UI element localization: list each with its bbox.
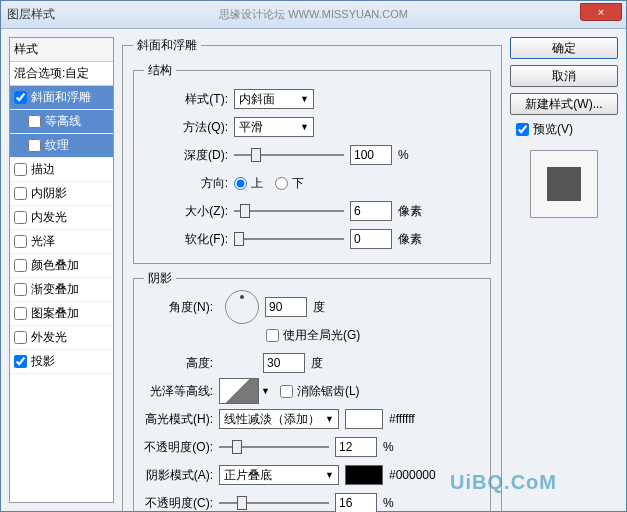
close-button[interactable]: × [580,3,622,21]
method-label: 方法(Q): [144,119,234,136]
sidebar-item-5[interactable]: 内发光 [10,206,113,230]
sidebar-item-label: 内发光 [31,209,67,226]
sidebar-item-7[interactable]: 颜色叠加 [10,254,113,278]
altitude-unit: 度 [311,355,323,372]
depth-unit: % [398,148,409,162]
highlight-mode-select[interactable]: 线性减淡（添加）▼ [219,409,339,429]
shadow-mode-label: 阴影模式(A): [144,467,219,484]
angle-input[interactable]: 90 [265,297,307,317]
highlight-mode-label: 高光模式(H): [144,411,219,428]
sidebar-item-label: 投影 [31,353,55,370]
preview-box [530,150,598,218]
bevel-group: 斜面和浮雕 结构 样式(T): 内斜面▼ 方法(Q): 平滑▼ 深度(D): 1… [122,37,502,512]
sidebar-item-3[interactable]: 描边 [10,158,113,182]
shadow-hex: #000000 [389,468,436,482]
sidebar-item-checkbox[interactable] [28,115,41,128]
direction-up-radio[interactable]: 上 [234,175,263,192]
sidebar-item-label: 图案叠加 [31,305,79,322]
shadow-color-swatch[interactable] [345,465,383,485]
highlight-hex: #ffffff [389,412,415,426]
shadow-opacity-input[interactable]: 16 [335,493,377,512]
sidebar-item-checkbox[interactable] [14,211,27,224]
sidebar-item-label: 内阴影 [31,185,67,202]
chevron-down-icon: ▼ [300,122,309,132]
shadow-opacity-unit: % [383,496,394,510]
sidebar-header: 样式 [10,38,113,62]
sidebar-item-10[interactable]: 外发光 [10,326,113,350]
style-label: 样式(T): [144,91,234,108]
highlight-color-swatch[interactable] [345,409,383,429]
sidebar-item-11[interactable]: 投影 [10,350,113,374]
sidebar-item-checkbox[interactable] [14,235,27,248]
soften-unit: 像素 [398,231,422,248]
sidebar-item-checkbox[interactable] [14,259,27,272]
chevron-down-icon[interactable]: ▼ [261,386,270,396]
shadow-opacity-slider[interactable] [219,494,329,512]
depth-slider[interactable] [234,146,344,164]
chevron-down-icon: ▼ [300,94,309,104]
altitude-label: 高度: [144,355,219,372]
ok-button[interactable]: 确定 [510,37,618,59]
shadow-mode-select[interactable]: 正片叠底▼ [219,465,339,485]
gloss-contour-picker[interactable] [219,378,259,404]
sidebar-item-4[interactable]: 内阴影 [10,182,113,206]
method-select[interactable]: 平滑▼ [234,117,314,137]
size-label: 大小(Z): [144,203,234,220]
sidebar-item-label: 描边 [31,161,55,178]
chevron-down-icon: ▼ [325,470,334,480]
sidebar-item-checkbox[interactable] [14,187,27,200]
soften-input[interactable]: 0 [350,229,392,249]
bevel-legend: 斜面和浮雕 [133,37,201,54]
shading-legend: 阴影 [144,270,176,287]
altitude-input[interactable]: 30 [263,353,305,373]
titlebar: 图层样式 思缘设计论坛 WWW.MISSYUAN.COM × [1,1,626,29]
gloss-contour-label: 光泽等高线: [144,383,219,400]
direction-down-radio[interactable]: 下 [275,175,304,192]
highlight-opacity-slider[interactable] [219,438,329,456]
sidebar-item-checkbox[interactable] [14,283,27,296]
sidebar-item-checkbox[interactable] [14,91,27,104]
sidebar-item-1[interactable]: 等高线 [10,110,113,134]
sidebar-item-checkbox[interactable] [14,355,27,368]
cancel-button[interactable]: 取消 [510,65,618,87]
window-title: 图层样式 [7,6,55,23]
angle-dial[interactable] [225,290,259,324]
angle-label: 角度(N): [144,299,219,316]
style-select[interactable]: 内斜面▼ [234,89,314,109]
structure-group: 结构 样式(T): 内斜面▼ 方法(Q): 平滑▼ 深度(D): 100 % [133,62,491,264]
styles-sidebar: 样式 混合选项:自定 斜面和浮雕等高线纹理描边内阴影内发光光泽颜色叠加渐变叠加图… [9,37,114,503]
sidebar-item-checkbox[interactable] [14,163,27,176]
shadow-opacity-label: 不透明度(C): [144,495,219,512]
sidebar-item-0[interactable]: 斜面和浮雕 [10,86,113,110]
sidebar-item-label: 等高线 [45,113,81,130]
sidebar-item-checkbox[interactable] [14,307,27,320]
shading-group: 阴影 角度(N): 90 度 使用全局光(G) 高度: 30 度 [133,270,491,512]
highlight-opacity-input[interactable]: 12 [335,437,377,457]
depth-label: 深度(D): [144,147,234,164]
soften-label: 软化(F): [144,231,234,248]
depth-input[interactable]: 100 [350,145,392,165]
sidebar-item-label: 光泽 [31,233,55,250]
sidebar-item-label: 外发光 [31,329,67,346]
soften-slider[interactable] [234,230,344,248]
sidebar-item-6[interactable]: 光泽 [10,230,113,254]
size-slider[interactable] [234,202,344,220]
preview-checkbox[interactable]: 预览(V) [516,121,618,138]
sidebar-item-label: 渐变叠加 [31,281,79,298]
direction-label: 方向: [144,175,234,192]
sidebar-item-2[interactable]: 纹理 [10,134,113,158]
size-input[interactable]: 6 [350,201,392,221]
brand-text: 思缘设计论坛 WWW.MISSYUAN.COM [219,7,408,22]
sidebar-item-8[interactable]: 渐变叠加 [10,278,113,302]
sidebar-item-checkbox[interactable] [14,331,27,344]
sidebar-item-label: 斜面和浮雕 [31,89,91,106]
sidebar-blend-options[interactable]: 混合选项:自定 [10,62,113,86]
sidebar-item-checkbox[interactable] [28,139,41,152]
new-style-button[interactable]: 新建样式(W)... [510,93,618,115]
highlight-opacity-unit: % [383,440,394,454]
highlight-opacity-label: 不透明度(O): [144,439,219,456]
sidebar-item-9[interactable]: 图案叠加 [10,302,113,326]
angle-unit: 度 [313,299,325,316]
antialias-checkbox[interactable]: 消除锯齿(L) [280,383,360,400]
global-light-checkbox[interactable]: 使用全局光(G) [266,327,360,344]
